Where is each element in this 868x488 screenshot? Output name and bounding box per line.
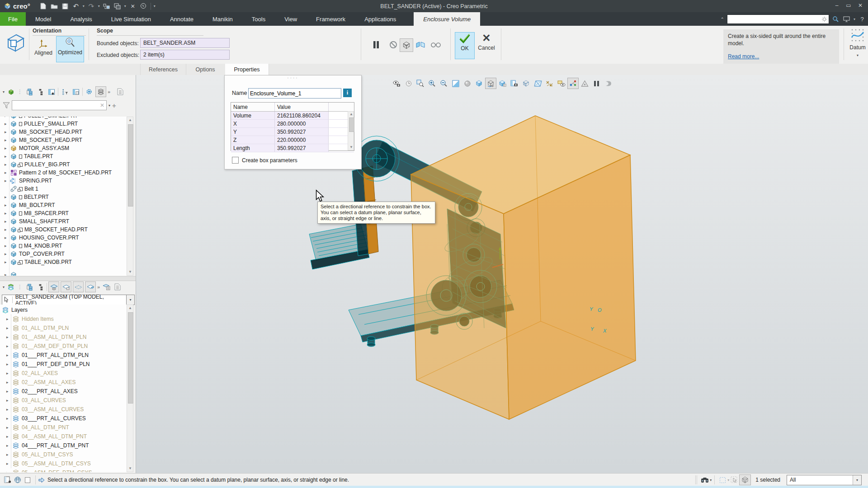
expand-icon[interactable]: ▸ (5, 260, 8, 264)
undo-icon[interactable]: ↶ (72, 2, 80, 10)
layer-item[interactable]: ▸01___PRT_DEF_DTM_PLN (0, 360, 90, 369)
undo-caret-icon[interactable]: ▾ (83, 4, 85, 8)
pause-display-icon[interactable] (591, 78, 602, 89)
close-window-icon[interactable]: ✕ (129, 2, 137, 10)
table-row[interactable]: Z220.000000 (231, 136, 354, 144)
expand-icon[interactable]: ▸ (5, 195, 8, 199)
annotation-display-icon[interactable] (556, 78, 567, 89)
clipping-icon[interactable] (603, 78, 614, 89)
tab-applications[interactable]: Applications (355, 12, 406, 26)
tree-columns-icon[interactable] (47, 87, 57, 97)
layer-options-doc-icon[interactable] (113, 282, 123, 292)
expand-icon[interactable]: ▸ (6, 380, 10, 385)
tree-item[interactable]: ▸M8_SPACER.PRT (0, 209, 69, 217)
layer-item[interactable]: ▸04__ASM_ALL_DTM_PNT (0, 432, 87, 441)
tab-analysis[interactable]: Analysis (61, 12, 101, 26)
clear-search-icon[interactable]: ✕ (100, 102, 104, 108)
wireframe-preview-icon[interactable] (400, 38, 413, 52)
tree-settings-icon[interactable] (71, 87, 81, 97)
find-caret-icon[interactable]: ▾ (710, 478, 712, 482)
new-browser-tab-icon[interactable] (23, 475, 33, 485)
maximize-button[interactable]: ▭ (843, 0, 854, 11)
enclosure-box[interactable] (411, 116, 636, 419)
expand-icon[interactable]: ▸ (6, 398, 10, 403)
active-model-selector[interactable]: BELT_SANDER.ASM (TOP MODEL, ACTIVE) ▾ (2, 295, 135, 305)
datum-display-icon[interactable] (544, 78, 555, 89)
table-row[interactable]: Y350.992027 (231, 128, 354, 136)
minimize-button[interactable]: – (831, 0, 843, 11)
layer-item[interactable]: ▸Hidden Items (0, 314, 54, 324)
zoom-window-icon[interactable] (415, 78, 426, 89)
expand-icon[interactable]: ▸ (5, 130, 8, 134)
layer-item[interactable]: ▸05__ASM_ALL_DTM_CSYS (0, 459, 91, 468)
panel-grip[interactable]: ···· (225, 75, 361, 80)
window-manager-icon[interactable] (113, 2, 122, 10)
layer-item[interactable]: ▸02_ALL_AXES (0, 369, 58, 378)
expand-icon[interactable]: ▸ (5, 244, 8, 248)
expand-icon[interactable]: ▸ (5, 146, 8, 150)
expand-icon[interactable]: ▸ (5, 162, 8, 167)
table-row[interactable]: Length350.992027 (231, 144, 354, 152)
collapse-tree-icon[interactable] (35, 87, 45, 97)
new-file-icon[interactable] (39, 2, 47, 10)
layer-item[interactable]: ▸02___PRT_ALL_AXES (0, 387, 78, 396)
expand-icon[interactable]: ▸ (6, 371, 10, 375)
expand-icon[interactable]: ▸ (5, 138, 8, 142)
tree-item[interactable]: ▸PULLEY_BIG.PRT (0, 160, 70, 169)
layer-item[interactable]: ▸01__ASM_DEF_DTM_PLN (0, 342, 88, 351)
display-style-icon[interactable] (497, 78, 508, 89)
tree-filter-icon[interactable] (60, 87, 70, 97)
standard-orientation-icon[interactable] (473, 78, 485, 89)
tree-item[interactable]: ▸PULLEY_SMALL.PRT (0, 120, 78, 128)
tree-item[interactable]: ▸TABLE.PRT (0, 152, 53, 160)
cancel-button[interactable]: ✕ Cancel (476, 32, 497, 58)
zoom-in-icon[interactable] (426, 78, 438, 89)
pause-feature-icon[interactable] (370, 38, 382, 51)
collapse-layers-icon[interactable] (35, 282, 45, 292)
no-preview-icon[interactable] (387, 38, 400, 51)
layer-item[interactable]: ▸05_ALL_DTM_CSYS (0, 450, 73, 459)
toolbar-overflow-icon[interactable]: » (97, 284, 100, 290)
expand-icon[interactable]: ▸ (6, 362, 10, 366)
layer-item[interactable]: ▸02__ASM_ALL_AXES (0, 378, 75, 387)
tree-item[interactable]: ▸PULLEY_SMALL.PRT (0, 117, 78, 120)
tab-tools[interactable]: Tools (242, 12, 275, 26)
section-icon[interactable] (532, 78, 543, 89)
command-search-input[interactable] (727, 14, 829, 24)
tree-item[interactable]: ▸HOUSING_COVER.PRT (0, 234, 79, 242)
redo-caret-icon[interactable]: ▾ (98, 4, 100, 8)
expand-icon[interactable]: ▸ (5, 235, 8, 240)
excluded-objects-field[interactable]: 2 item(s) (140, 50, 230, 60)
customize-qat-caret-icon[interactable]: ▾ (154, 4, 156, 8)
share-caret-icon[interactable]: ▾ (854, 17, 855, 21)
model-tree-icon[interactable] (6, 87, 16, 97)
expand-icon[interactable]: ▸ (5, 203, 8, 207)
expand-icon[interactable]: ▸ (5, 170, 8, 175)
layer-item[interactable]: ▸04_ALL_DTM_PNT (0, 423, 69, 432)
tab-options[interactable]: Options (185, 64, 226, 75)
expand-icon[interactable]: ▸ (5, 272, 8, 276)
tree-menu-caret-icon[interactable]: ▾ (3, 90, 5, 94)
scroll-down-icon[interactable]: ▼ (127, 466, 133, 471)
share-screen-icon[interactable] (843, 15, 851, 23)
tree-item[interactable]: ▸ (0, 271, 17, 276)
layer-item[interactable]: ▸03___PRT_ALL_CURVES (0, 414, 86, 423)
layer-tree-icon[interactable] (6, 282, 16, 292)
perspective-icon[interactable] (520, 78, 532, 89)
layer-item[interactable]: ▸05__ASM_DEF_DTM_CSYS (0, 468, 92, 472)
layer-item[interactable]: ▸04___PRT_ALL_DTM_PNT (0, 441, 89, 450)
optimized-button[interactable]: Optimized (56, 36, 84, 62)
tree-item[interactable]: ▸TOP_COVER.PRT (0, 250, 65, 258)
expand-icon[interactable]: ▸ (6, 353, 10, 357)
tab-live-simulation[interactable]: Live Simulation (102, 12, 160, 26)
panel-splitter[interactable] (0, 276, 136, 281)
expand-icon[interactable]: ▸ (6, 326, 10, 330)
tree-item[interactable]: ▸MOTOR_ASSY.ASM (0, 144, 69, 152)
regenerate-icon[interactable] (103, 2, 111, 10)
tree-item[interactable]: ▸M8_BOLT.PRT (0, 201, 55, 209)
view-visibility-icon[interactable] (391, 78, 402, 89)
scroll-down-icon[interactable]: ▼ (349, 145, 354, 150)
view-manager-icon[interactable] (509, 78, 520, 89)
expand-icon[interactable]: ▸ (6, 452, 10, 457)
expand-icon[interactable]: ▸ (6, 416, 10, 421)
